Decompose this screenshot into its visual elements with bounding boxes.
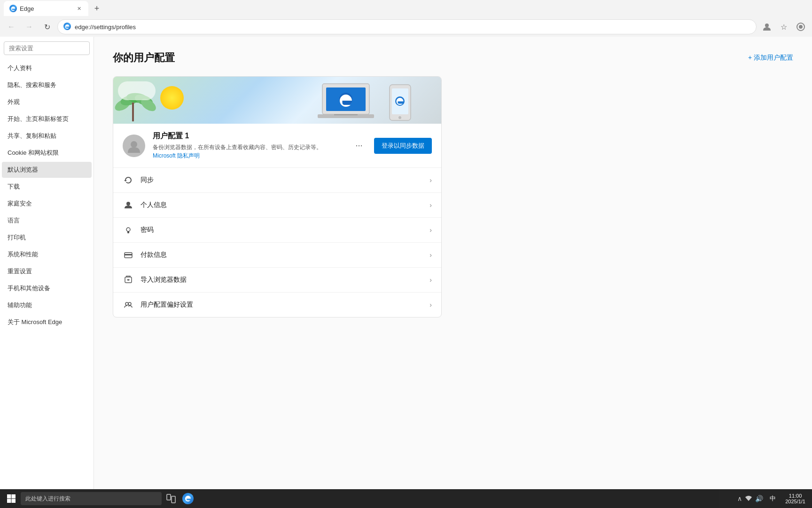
sidebar-item-printers[interactable]: 打印机: [2, 230, 92, 246]
sidebar-item-mobile[interactable]: 手机和其他设备: [2, 280, 92, 296]
system-tray: ∧ 🔊: [737, 494, 763, 503]
svg-rect-26: [125, 254, 132, 255]
profile-description: 备份浏览器数据，在所有设备上查看收藏内容、密码、历史记录等。 Microsoft…: [153, 143, 344, 160]
taskbar-search[interactable]: 此处键入进行搜索: [21, 492, 162, 505]
taskbar-right: ∧ 🔊 中 11:00 2025/1/1: [737, 492, 808, 505]
svg-rect-36: [167, 494, 171, 500]
section-sync[interactable]: 同步 ›: [113, 168, 441, 193]
taskbar-start-button[interactable]: [4, 491, 19, 506]
taskbar-time-display: 11:00: [785, 493, 805, 499]
payment-icon: [123, 249, 134, 261]
ime-indicator[interactable]: 中: [767, 493, 779, 504]
svg-rect-10: [132, 103, 134, 121]
svg-point-4: [799, 25, 803, 29]
sidebar-item-family[interactable]: 家庭安全: [2, 196, 92, 212]
taskbar-edge-icon: [182, 493, 194, 504]
settings-sidebar: 个人资料 隐私、搜索和服务 外观 开始、主页和新标签页 共享、复制和粘贴 Coo…: [0, 37, 94, 489]
address-edge-icon: [63, 23, 71, 32]
tab-close-button[interactable]: ✕: [75, 5, 83, 12]
svg-point-31: [128, 302, 131, 305]
profile-icon-button[interactable]: [759, 19, 774, 34]
new-tab-button[interactable]: +: [90, 2, 103, 15]
taskbar-clock[interactable]: 11:00 2025/1/1: [782, 492, 808, 505]
active-tab[interactable]: Edge ✕: [4, 1, 88, 16]
address-bar[interactable]: edge://settings/profiles: [57, 19, 757, 34]
banner-decoration: [113, 77, 441, 124]
sidebar-item-default-browser[interactable]: 默认浏览器: [2, 162, 92, 178]
profile-sections: 同步 › 个人信息 › 密码 ›: [113, 168, 441, 317]
preferences-chevron-icon: ›: [429, 301, 432, 309]
back-button[interactable]: ←: [4, 19, 19, 34]
sidebar-item-about[interactable]: 关于 Microsoft Edge: [2, 314, 92, 330]
profile-banner: [113, 77, 441, 124]
tab-bar: Edge ✕ +: [0, 0, 812, 17]
import-icon: [123, 274, 134, 286]
refresh-button[interactable]: ↻: [39, 19, 55, 34]
favorites-button[interactable]: ☆: [776, 19, 791, 34]
tab-title: Edge: [20, 5, 34, 12]
taskbar-date-display: 2025/1/1: [785, 499, 805, 504]
sidebar-item-privacy[interactable]: 隐私、搜索和服务: [2, 77, 92, 93]
address-url: edge://settings/profiles: [75, 24, 750, 31]
svg-point-22: [126, 228, 130, 231]
search-input[interactable]: [4, 41, 90, 55]
svg-rect-24: [128, 232, 129, 233]
section-import[interactable]: 导入浏览器数据 ›: [113, 268, 441, 293]
tray-arrow-icon[interactable]: ∧: [737, 495, 742, 502]
windows-icon: [7, 494, 16, 503]
tab-edge-icon: [9, 5, 17, 12]
browser-content: 个人资料 隐私、搜索和服务 外观 开始、主页和新标签页 共享、复制和粘贴 Coo…: [0, 37, 812, 489]
svg-rect-32: [7, 494, 11, 499]
sync-chevron-icon: ›: [429, 176, 432, 184]
sidebar-item-reset[interactable]: 重置设置: [2, 263, 92, 279]
sidebar-item-accessibility[interactable]: 辅助功能: [2, 297, 92, 313]
taskview-icon: [166, 494, 176, 503]
section-passwords[interactable]: 密码 ›: [113, 218, 441, 243]
add-profile-button[interactable]: + 添加用户配置: [748, 54, 793, 62]
profile-more-button[interactable]: ···: [351, 138, 367, 153]
sidebar-item-system[interactable]: 系统和性能: [2, 246, 92, 262]
address-bar-row: ← → ↻ edge://settings/profiles ☆: [0, 17, 812, 37]
profile-details: 用户配置 1 备份浏览器数据，在所有设备上查看收藏内容、密码、历史记录等。 Mi…: [153, 131, 344, 160]
sidebar-item-downloads[interactable]: 下载: [2, 179, 92, 195]
section-import-label: 导入浏览器数据: [141, 276, 429, 284]
browser-essentials-button[interactable]: [793, 19, 808, 34]
avatar: [123, 135, 145, 157]
svg-point-21: [126, 202, 130, 206]
section-personal-info-label: 个人信息: [141, 201, 429, 209]
section-preferences-label: 用户配置偏好设置: [141, 301, 429, 309]
taskbar-edge-button[interactable]: [180, 491, 195, 506]
svg-rect-15: [334, 114, 358, 115]
svg-rect-33: [12, 494, 16, 499]
personal-info-icon: [123, 199, 134, 211]
sidebar-item-profile[interactable]: 个人资料: [2, 60, 92, 76]
import-chevron-icon: ›: [429, 276, 432, 284]
svg-point-2: [765, 24, 769, 27]
section-payment-label: 付款信息: [141, 251, 429, 259]
section-personal-info[interactable]: 个人信息 ›: [113, 193, 441, 218]
sidebar-item-newtab[interactable]: 开始、主页和新标签页: [2, 111, 92, 127]
svg-rect-37: [172, 496, 175, 503]
network-icon[interactable]: [745, 494, 752, 503]
privacy-link[interactable]: Microsoft 隐私声明: [153, 152, 200, 159]
taskbar-search-placeholder: 此处键入进行搜索: [25, 495, 70, 503]
preferences-icon: [123, 299, 134, 310]
section-sync-label: 同步: [141, 176, 429, 184]
taskbar: 此处键入进行搜索 ∧ 🔊 中 11:00 2025/1/1: [0, 489, 812, 508]
page-header: 你的用户配置 + 添加用户配置: [113, 51, 793, 65]
svg-rect-34: [7, 499, 11, 503]
section-payment[interactable]: 付款信息 ›: [113, 243, 441, 268]
section-preferences[interactable]: 用户配置偏好设置 ›: [113, 293, 441, 317]
password-icon: [123, 224, 134, 236]
sidebar-item-cookies[interactable]: Cookie 和网站权限: [2, 145, 92, 161]
speaker-icon[interactable]: 🔊: [755, 495, 763, 502]
sidebar-item-appearance[interactable]: 外观: [2, 94, 92, 110]
sidebar-item-share[interactable]: 共享、复制和粘贴: [2, 128, 92, 144]
avatar-icon: [127, 139, 141, 153]
sidebar-item-languages[interactable]: 语言: [2, 213, 92, 229]
forward-button[interactable]: →: [22, 19, 37, 34]
taskview-button[interactable]: [164, 491, 179, 506]
sync-button[interactable]: 登录以同步数据: [374, 138, 432, 154]
svg-rect-35: [12, 499, 16, 503]
profile-name: 用户配置 1: [153, 131, 344, 141]
